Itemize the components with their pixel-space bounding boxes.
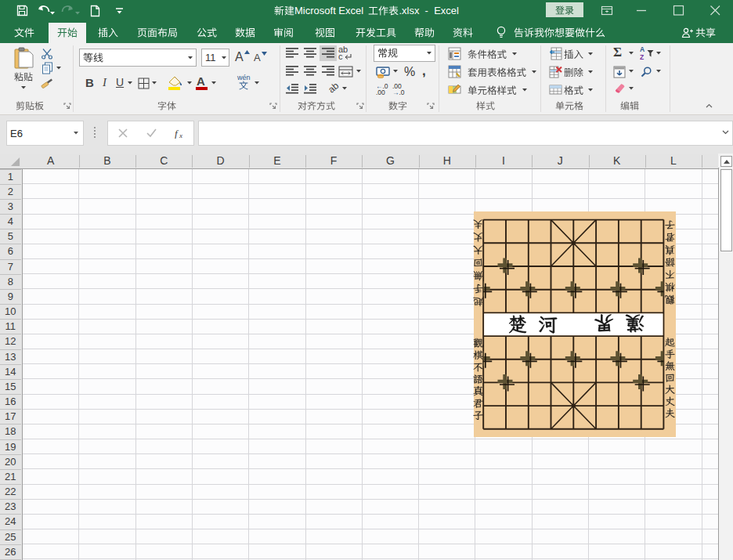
- svg-text:A: A: [640, 45, 645, 53]
- svg-text:Z: Z: [640, 53, 644, 60]
- svg-text:x: x: [179, 132, 182, 139]
